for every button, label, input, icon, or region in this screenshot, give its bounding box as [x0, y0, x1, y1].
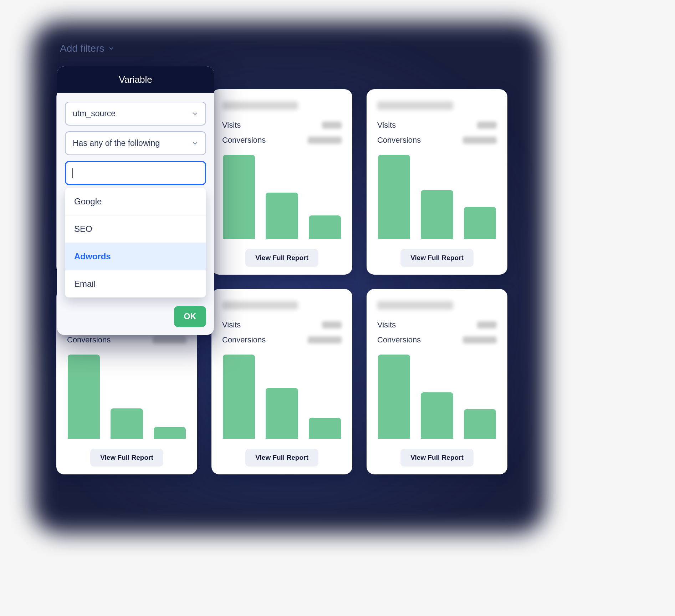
chart-bar	[223, 155, 255, 239]
mini-bar-chart	[376, 355, 498, 442]
view-full-report-button[interactable]: View Full Report	[400, 249, 474, 267]
variable-select-value: utm_source	[73, 109, 116, 118]
chart-bar	[464, 409, 496, 439]
visits-value-placeholder	[322, 321, 342, 329]
add-filters-label: Add filters	[60, 43, 104, 54]
conversions-label: Conversions	[377, 136, 421, 145]
view-full-report-button[interactable]: View Full Report	[400, 449, 474, 467]
variable-select[interactable]: utm_source	[65, 102, 206, 126]
view-full-report-button[interactable]: View Full Report	[245, 449, 318, 467]
conversions-value-placeholder	[153, 336, 186, 343]
chevron-down-icon	[192, 111, 198, 117]
operator-select-value: Has any of the following	[73, 138, 160, 148]
visits-label: Visits	[377, 121, 396, 130]
mini-bar-chart	[66, 355, 188, 442]
visits-value-placeholder	[477, 321, 497, 329]
view-full-report-button[interactable]: View Full Report	[90, 449, 163, 467]
chart-bar	[378, 355, 410, 439]
chart-bar	[266, 388, 298, 439]
dropdown-option[interactable]: SEO	[65, 215, 206, 243]
report-card: VisitsConversionsView Full Report	[211, 89, 352, 275]
conversions-value-placeholder	[308, 336, 342, 343]
dropdown-option[interactable]: Email	[65, 270, 206, 297]
conversions-label: Conversions	[67, 335, 111, 345]
chart-bar	[421, 190, 453, 239]
card-title-placeholder	[377, 101, 453, 110]
card-title-placeholder	[222, 101, 298, 110]
mini-bar-chart	[376, 155, 498, 243]
dropdown-option[interactable]: Google	[65, 188, 206, 215]
view-full-report-button[interactable]: View Full Report	[245, 249, 318, 267]
card-title-placeholder	[222, 301, 298, 310]
visits-value-placeholder	[322, 122, 342, 129]
chart-bar	[464, 207, 496, 239]
operator-select[interactable]: Has any of the following	[65, 131, 206, 155]
value-input[interactable]	[65, 161, 206, 185]
add-filters-button[interactable]: Add filters	[60, 43, 114, 54]
mini-bar-chart	[221, 355, 343, 442]
ok-button[interactable]: OK	[174, 306, 206, 327]
variable-filter-popover: Variable utm_source Has any of the follo…	[57, 66, 214, 335]
report-card: VisitsConversionsView Full Report	[367, 89, 507, 275]
card-title-placeholder	[377, 301, 453, 310]
conversions-label: Conversions	[377, 335, 421, 345]
conversions-label: Conversions	[222, 335, 266, 345]
chart-bar	[223, 355, 255, 439]
chevron-down-icon	[108, 45, 114, 52]
visits-label: Visits	[377, 320, 396, 330]
conversions-label: Conversions	[222, 136, 266, 145]
chart-bar	[154, 427, 186, 439]
visits-label: Visits	[222, 121, 241, 130]
chart-bar	[266, 193, 298, 239]
chart-bar	[111, 408, 143, 439]
chevron-down-icon	[192, 140, 198, 147]
conversions-value-placeholder	[308, 137, 342, 144]
chart-bar	[309, 418, 341, 439]
visits-label: Visits	[222, 320, 241, 330]
chart-bar	[378, 155, 410, 239]
chart-bar	[421, 392, 453, 439]
conversions-value-placeholder	[463, 137, 497, 144]
report-card: VisitsConversionsView Full Report	[367, 289, 507, 474]
conversions-value-placeholder	[463, 336, 497, 343]
chart-bar	[309, 215, 341, 239]
dropdown-option[interactable]: Adwords	[65, 243, 206, 270]
popover-title: Variable	[57, 66, 214, 93]
mini-bar-chart	[221, 155, 343, 243]
visits-value-placeholder	[477, 122, 497, 129]
report-card: VisitsConversionsView Full Report	[211, 289, 352, 474]
chart-bar	[68, 355, 100, 439]
text-cursor	[72, 168, 73, 178]
value-dropdown-list: GoogleSEOAdwordsEmail	[65, 188, 206, 297]
